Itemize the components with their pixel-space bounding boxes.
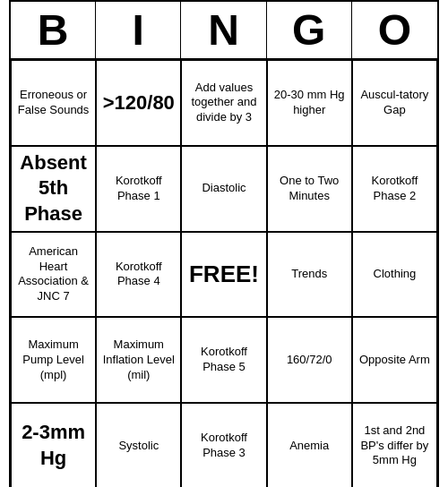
bingo-cell-6: Korotkoff Phase 1 <box>96 146 181 232</box>
bingo-cell-5: Absent 5th Phase <box>11 146 96 232</box>
header-letter-n: N <box>181 2 266 58</box>
bingo-cell-3: 20-30 mm Hg higher <box>267 60 352 146</box>
bingo-cell-4: Auscul-tatory Gap <box>352 60 437 146</box>
header-letter-g: G <box>267 2 352 58</box>
bingo-cell-1: >120/80 <box>96 60 181 146</box>
bingo-cell-19: Opposite Arm <box>352 317 437 403</box>
bingo-cell-11: Korotkoff Phase 4 <box>96 232 181 318</box>
bingo-grid: Erroneous or False Sounds>120/80Add valu… <box>11 60 437 487</box>
bingo-cell-15: Maximum Pump Level (mpl) <box>11 317 96 403</box>
bingo-cell-13: Trends <box>267 232 352 318</box>
bingo-cell-22: Korotkoff Phase 3 <box>181 403 266 487</box>
bingo-cell-12: FREE! <box>181 232 266 318</box>
bingo-cell-21: Systolic <box>96 403 181 487</box>
bingo-cell-14: Clothing <box>352 232 437 318</box>
bingo-cell-17: Korotkoff Phase 5 <box>181 317 266 403</box>
bingo-header: BINGO <box>11 2 437 60</box>
header-letter-o: O <box>352 2 437 58</box>
bingo-cell-7: Diastolic <box>181 146 266 232</box>
bingo-cell-20: 2-3mm Hg <box>11 403 96 487</box>
bingo-cell-2: Add values together and divide by 3 <box>181 60 266 146</box>
bingo-cell-24: 1st and 2nd BP's differ by 5mm Hg <box>352 403 437 487</box>
bingo-cell-16: Maximum Inflation Level (mil) <box>96 317 181 403</box>
bingo-cell-8: One to Two Minutes <box>267 146 352 232</box>
header-letter-i: I <box>96 2 181 58</box>
bingo-cell-0: Erroneous or False Sounds <box>11 60 96 146</box>
bingo-card: BINGO Erroneous or False Sounds>120/80Ad… <box>9 0 439 487</box>
bingo-cell-18: 160/72/0 <box>267 317 352 403</box>
bingo-cell-9: Korotkoff Phase 2 <box>352 146 437 232</box>
header-letter-b: B <box>11 2 96 58</box>
bingo-cell-23: Anemia <box>267 403 352 487</box>
bingo-cell-10: American Heart Association & JNC 7 <box>11 232 96 318</box>
